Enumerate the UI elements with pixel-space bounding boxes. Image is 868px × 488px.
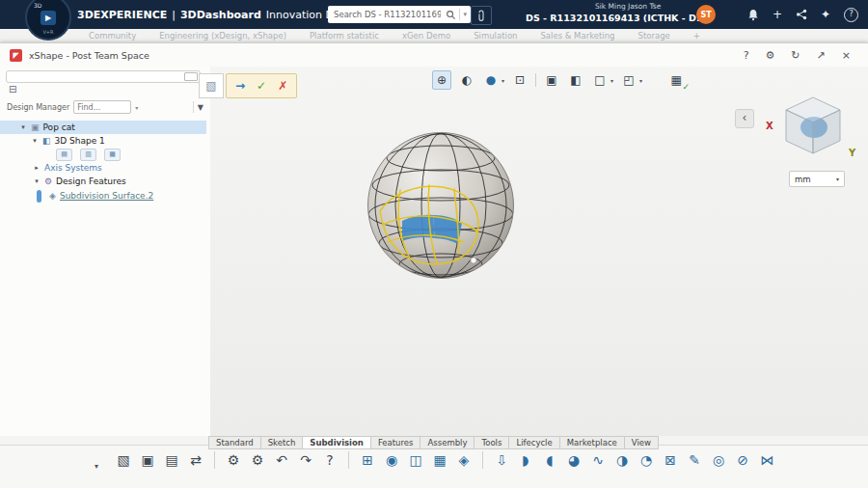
assistant-wand-icon[interactable]: ✦ [821, 9, 830, 20]
tab-standard[interactable]: Standard [208, 436, 261, 449]
dashboard-tab-platform-statistic[interactable]: Platform statistic [310, 31, 379, 41]
tab-subdivision[interactable]: Subdivision [302, 436, 371, 449]
manipulator-mode-icon[interactable]: ⊕ [432, 70, 451, 90]
window-settings-gear-icon[interactable]: ⚙ [765, 50, 774, 61]
manage-icon[interactable]: ⚙ [223, 449, 244, 471]
attach-button[interactable] [471, 6, 492, 25]
tree-item-3d-shape[interactable]: ▾ ◧ 3D Shape 1 [0, 134, 206, 148]
render-style-icon[interactable]: ● [482, 71, 500, 89]
tree-item-design-features[interactable]: ▾ ⚙ Design Features [0, 175, 206, 188]
split-body-icon[interactable]: ⊘ [732, 449, 753, 471]
expander-icon[interactable]: ▾ [19, 123, 27, 131]
dashboard-tab-engineering[interactable]: Engineering (xDesign, xShape) [159, 31, 286, 41]
circular-pattern-icon[interactable]: ◎ [708, 449, 729, 471]
bridge-faces-icon[interactable]: ⋈ [756, 449, 777, 471]
search-icon[interactable] [446, 10, 456, 20]
tab-view[interactable]: View [624, 436, 659, 449]
units-dropdown[interactable]: mm ▾ [789, 171, 845, 187]
toolbar-overflow-icon[interactable]: ▾ [91, 449, 102, 474]
filter-icon[interactable]: ▼ [198, 103, 203, 112]
grid-table-icon[interactable]: ▦ [429, 449, 450, 471]
share-icon[interactable] [796, 9, 807, 20]
redo-icon[interactable]: ↷ [295, 449, 316, 471]
3d-viewport[interactable]: ▧ → ✓ ✗ ⊕ ◐ ● ▾ ⊡ ▣ ◧ □ ▾ ◰ ▾ [210, 67, 868, 436]
dashboard-tab-xgen-demo[interactable]: xGen Demo [402, 31, 450, 41]
user-name[interactable]: Sik Ming Jason Tse [595, 2, 661, 11]
view-options-icon[interactable]: ◰ [620, 71, 637, 89]
dashboard-tab-storage[interactable]: Storage [638, 31, 670, 41]
insert-geometry-icon[interactable]: ▣ [137, 449, 158, 471]
chevron-down-icon[interactable]: ▾ [502, 77, 504, 84]
tree-item-axis-systems[interactable]: ▸ Axis Systems [0, 161, 206, 175]
chevron-down-icon[interactable]: ▾ [610, 77, 613, 84]
next-arrow-icon[interactable]: → [235, 79, 245, 93]
marquee-select-icon[interactable]: □ [591, 71, 609, 89]
import-export-icon[interactable]: ⇄ [185, 449, 206, 471]
shaded-view-icon[interactable]: ◐ [458, 71, 475, 89]
save-icon[interactable]: ▤ [161, 449, 182, 471]
help-icon[interactable]: ? [319, 449, 340, 471]
subdivision-cylinder-icon[interactable]: ◫ [405, 449, 426, 471]
tree-item-root[interactable]: ▾ ▣ Pop cat [0, 121, 206, 134]
add-dashboard-tab-button[interactable]: + [693, 31, 700, 41]
section-view-icon[interactable]: ◧ [567, 71, 584, 89]
new-shape-icon[interactable]: ▧ [113, 449, 134, 471]
representation-badge[interactable]: ▥ [80, 149, 96, 161]
tab-marketplace[interactable]: Marketplace [559, 436, 625, 449]
extrude-face-icon[interactable]: ⇩ [491, 449, 512, 471]
cage-vertex-handle[interactable] [471, 258, 476, 263]
delete-face-icon[interactable]: ⊠ [660, 449, 681, 471]
active-command-icon[interactable]: ▧ [199, 73, 224, 98]
representation-badge[interactable]: ▦ [104, 149, 121, 161]
undo-icon[interactable]: ↶ [271, 449, 292, 471]
trim-surface-icon[interactable]: ◑ [611, 449, 633, 471]
window-close-icon[interactable]: × [842, 50, 851, 61]
tab-features[interactable]: Features [370, 436, 421, 449]
context-selector[interactable]: DS - R1132101169413 (ICTHK - D... ▾ [526, 13, 714, 23]
find-input[interactable] [73, 100, 131, 114]
loft-surface-icon[interactable]: ◖ [539, 449, 560, 471]
tree-item-subdivision-surface[interactable]: ◈ Subdivision Surface.2 [0, 188, 206, 203]
notification-bell-icon[interactable] [747, 9, 759, 21]
avatar[interactable]: ST [696, 5, 716, 24]
navigation-cube[interactable] [779, 92, 847, 159]
collapse-panel-button[interactable]: ‹ [735, 109, 754, 128]
tab-lifecycle[interactable]: Lifecycle [508, 436, 559, 449]
expander-icon[interactable]: ▾ [31, 137, 39, 145]
fill-surface-icon[interactable]: ◕ [563, 449, 584, 471]
panel-bar-handle[interactable] [184, 72, 198, 81]
tree-view-icon[interactable]: ⊟ [9, 85, 16, 95]
dashboard-tab-simulation[interactable]: Simulation [474, 31, 517, 41]
match-curve-icon[interactable]: ∿ [587, 449, 609, 471]
add-icon[interactable]: + [773, 9, 782, 20]
window-refresh-icon[interactable]: ↻ [791, 50, 800, 61]
tab-sketch[interactable]: Sketch [260, 436, 304, 449]
help-icon[interactable]: ? [844, 8, 858, 22]
tab-assembly[interactable]: Assembly [420, 436, 475, 449]
subdivision-box-icon[interactable]: ⊞ [357, 449, 378, 471]
screen-update-icon[interactable]: ⊡ [511, 71, 529, 89]
search-scope-caret-icon[interactable]: ▾ [463, 11, 467, 18]
expander-icon[interactable]: ▾ [33, 177, 41, 185]
capture-icon[interactable]: ▣ [543, 71, 560, 89]
expander-icon[interactable]: ▸ [33, 164, 41, 172]
subdivision-sphere-model[interactable] [344, 109, 537, 302]
shell-icon[interactable]: ◔ [636, 449, 657, 471]
sweep-surface-icon[interactable]: ◗ [515, 449, 536, 471]
modify-edge-icon[interactable]: ✎ [684, 449, 705, 471]
chevron-down-icon[interactable]: ▾ [639, 77, 642, 84]
search-input[interactable] [332, 9, 443, 20]
ok-check-icon[interactable]: ✓ [257, 79, 266, 93]
cancel-x-icon[interactable]: ✗ [278, 79, 287, 93]
dashboard-tab-community[interactable]: Community [89, 31, 136, 41]
panel-collapsed-command-bar[interactable] [6, 70, 201, 83]
subdivision-sphere-icon[interactable]: ◉ [381, 449, 402, 471]
global-search[interactable]: ▾ [328, 6, 471, 23]
status-check-icon[interactable]: ▦ ✓ [667, 71, 685, 89]
dashboard-tab-sales-marketing[interactable]: Sales & Marketing [540, 31, 614, 41]
settings-gear-icon[interactable]: ⚙ [247, 449, 268, 471]
representation-badge[interactable]: ▤ [56, 149, 72, 161]
window-pin-icon[interactable]: ↗ [817, 50, 826, 61]
window-help-icon[interactable]: ? [744, 50, 749, 61]
find-options-caret-icon[interactable]: ▾ [135, 104, 138, 111]
